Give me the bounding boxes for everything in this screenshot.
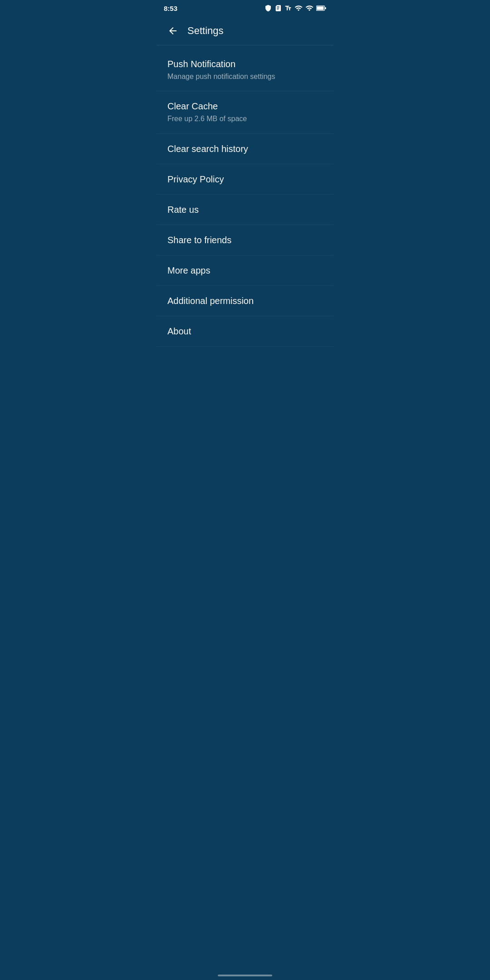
back-button[interactable] — [164, 22, 182, 40]
status-icons — [265, 4, 326, 12]
wifi-icon — [294, 4, 303, 12]
settings-item-privacy-policy[interactable]: Privacy Policy — [157, 164, 333, 195]
settings-item-rate-us[interactable]: Rate us — [157, 195, 333, 225]
settings-item-subtitle-clear-cache: Free up 2.6 MB of space — [167, 114, 323, 124]
svg-rect-2 — [325, 7, 326, 9]
text-format-icon — [284, 5, 292, 12]
signal-icon — [305, 4, 314, 12]
toolbar: Settings — [157, 16, 333, 45]
settings-item-push-notification[interactable]: Push NotificationManage push notificatio… — [157, 49, 333, 91]
settings-item-clear-cache[interactable]: Clear CacheFree up 2.6 MB of space — [157, 91, 333, 133]
settings-item-additional-permission[interactable]: Additional permission — [157, 286, 333, 316]
settings-item-clear-search-history[interactable]: Clear search history — [157, 134, 333, 164]
status-time: 8:53 — [164, 5, 177, 12]
settings-item-more-apps[interactable]: More apps — [157, 255, 333, 286]
status-bar: 8:53 — [157, 0, 333, 16]
settings-item-title-clear-search-history: Clear search history — [167, 143, 323, 155]
settings-item-share-to-friends[interactable]: Share to friends — [157, 225, 333, 255]
settings-item-title-share-to-friends: Share to friends — [167, 234, 323, 246]
settings-item-title-rate-us: Rate us — [167, 204, 323, 216]
settings-item-title-additional-permission: Additional permission — [167, 295, 323, 307]
svg-rect-1 — [317, 6, 323, 10]
settings-item-subtitle-push-notification: Manage push notification settings — [167, 72, 323, 82]
settings-list: Push NotificationManage push notificatio… — [157, 45, 333, 350]
settings-item-title-about: About — [167, 325, 323, 337]
settings-item-title-more-apps: More apps — [167, 265, 323, 276]
battery-icon — [316, 5, 326, 11]
sim-icon — [274, 5, 282, 12]
settings-item-title-privacy-policy: Privacy Policy — [167, 173, 323, 185]
settings-item-about[interactable]: About — [157, 316, 333, 347]
back-arrow-icon — [167, 25, 178, 36]
page-title: Settings — [187, 25, 224, 37]
settings-item-title-push-notification: Push Notification — [167, 58, 323, 70]
shield-icon — [265, 5, 272, 12]
settings-item-title-clear-cache: Clear Cache — [167, 100, 323, 112]
